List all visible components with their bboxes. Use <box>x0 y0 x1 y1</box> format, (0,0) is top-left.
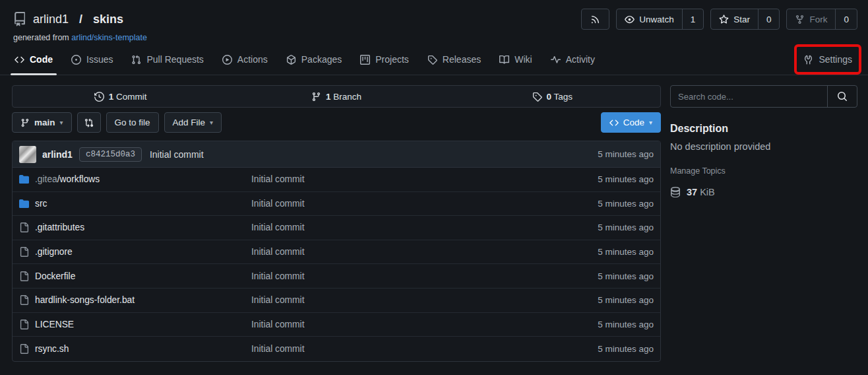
search-button[interactable] <box>827 86 857 107</box>
tab-settings[interactable]: Settings <box>797 47 859 72</box>
stars-count[interactable]: 0 <box>758 9 780 29</box>
commit-message-link[interactable]: Initial commit <box>150 149 204 160</box>
watchers-count[interactable]: 1 <box>682 9 704 29</box>
commits-stat[interactable]: 1 Commit <box>13 92 228 102</box>
settings-highlight-box: Settings <box>794 44 861 75</box>
repo-header: arlind1/skins Unwatch <box>0 0 868 42</box>
branch-count-label: Branch <box>333 92 361 102</box>
file-commit-time: 5 minutes ago <box>555 199 654 209</box>
repo-stats-bar: 1 Commit 1 Branch 0 Tags <box>12 85 661 108</box>
file-icon <box>19 344 29 354</box>
fork-label: Fork <box>809 15 827 24</box>
code-button-label: Code <box>623 118 644 127</box>
file-name-link[interactable]: .gitignore <box>19 247 251 257</box>
manage-topics-link[interactable]: Manage Topics <box>670 166 726 176</box>
repo-separator: / <box>79 13 82 26</box>
issue-opened-icon <box>71 55 81 65</box>
file-commit-time: 5 minutes ago <box>555 271 654 281</box>
file-commit-time: 5 minutes ago <box>555 174 654 184</box>
star-icon <box>719 15 729 24</box>
git-branch-icon <box>20 118 30 127</box>
file-name-link[interactable]: hardlink-songs-folder.bat <box>19 295 251 305</box>
tab-releases-label: Releases <box>443 54 481 65</box>
branch-selector[interactable]: main ▾ <box>12 112 72 133</box>
play-circle-icon <box>222 55 232 65</box>
tags-stat[interactable]: 0 Tags <box>445 92 660 102</box>
fork-icon <box>795 15 805 24</box>
unwatch-button[interactable]: Unwatch <box>617 9 682 29</box>
tab-issues[interactable]: Issues <box>62 44 122 75</box>
repo-sidebar: Description No description provided Mana… <box>670 85 857 362</box>
file-commit-message-link[interactable]: Initial commit <box>251 295 555 305</box>
code-download-button[interactable]: Code ▾ <box>601 112 661 133</box>
template-repo-link[interactable]: arlind/skins-template <box>71 33 147 42</box>
tab-wiki[interactable]: Wiki <box>490 44 541 75</box>
file-commit-message-link[interactable]: Initial commit <box>251 222 555 232</box>
repo-owner-link[interactable]: arlind1 <box>33 13 69 26</box>
file-commit-time: 5 minutes ago <box>555 247 654 257</box>
tab-settings-label: Settings <box>819 54 852 65</box>
table-row: LICENSE Initial commit 5 minutes ago <box>13 313 660 337</box>
file-name-link[interactable]: LICENSE <box>19 320 251 329</box>
table-row: .gitattributes Initial commit 5 minutes … <box>13 216 660 240</box>
chevron-down-icon: ▾ <box>60 119 63 126</box>
file-icon <box>19 320 29 329</box>
repo-size-unit: KiB <box>700 187 715 197</box>
commit-time: 5 minutes ago <box>598 149 654 159</box>
commit-author-link[interactable]: arlind1 <box>42 149 73 160</box>
add-file-label: Add File <box>173 118 206 127</box>
commit-hash-link[interactable]: c84215d0a3 <box>79 147 142 162</box>
file-name-link[interactable]: src <box>19 199 251 209</box>
star-button[interactable]: Star <box>711 9 758 29</box>
tab-packages[interactable]: Packages <box>277 44 351 75</box>
file-icon <box>19 271 29 281</box>
file-commit-message-link[interactable]: Initial commit <box>251 344 555 354</box>
git-compare-icon <box>84 118 94 127</box>
tag-count: 0 <box>547 92 552 102</box>
tab-code[interactable]: Code <box>5 44 62 75</box>
fork-button-group: Fork 0 <box>786 9 857 30</box>
repo-name-link[interactable]: skins <box>93 13 123 26</box>
file-commit-message-link[interactable]: Initial commit <box>251 320 555 329</box>
rss-button[interactable] <box>582 9 609 29</box>
tab-packages-label: Packages <box>301 54 342 65</box>
file-name-link[interactable]: rsync.sh <box>19 344 251 354</box>
tab-releases[interactable]: Releases <box>418 44 490 75</box>
file-commit-message-link[interactable]: Initial commit <box>251 247 555 257</box>
forks-count[interactable]: 0 <box>835 9 857 29</box>
avatar[interactable] <box>19 146 36 163</box>
package-icon <box>286 55 296 65</box>
file-commit-time: 5 minutes ago <box>555 320 654 329</box>
compare-button[interactable] <box>77 112 101 133</box>
table-row: .gitea/workflows Initial commit 5 minute… <box>13 168 660 192</box>
tab-pull-requests[interactable]: Pull Requests <box>122 44 212 75</box>
go-to-file-label: Go to file <box>115 118 150 127</box>
file-name-link[interactable]: .gitattributes <box>19 222 251 232</box>
file-commit-message-link[interactable]: Initial commit <box>251 271 555 281</box>
tab-actions[interactable]: Actions <box>213 44 277 75</box>
file-name-link[interactable]: Dockerfile <box>19 271 251 281</box>
fork-button[interactable]: Fork <box>787 9 835 29</box>
search-icon <box>837 91 848 102</box>
chevron-down-icon: ▾ <box>210 119 213 126</box>
rss-icon <box>590 15 600 24</box>
file-commit-message-link[interactable]: Initial commit <box>251 199 555 209</box>
add-file-button[interactable]: Add File ▾ <box>164 112 222 133</box>
tab-projects[interactable]: Projects <box>351 44 418 75</box>
nav-spacer <box>604 44 794 75</box>
tab-activity[interactable]: Activity <box>542 44 604 75</box>
git-branch-icon <box>311 92 321 102</box>
repo-size: 37 KiB <box>670 187 857 197</box>
eye-icon <box>625 15 635 24</box>
table-row: Dockerfile Initial commit 5 minutes ago <box>13 264 660 289</box>
file-commit-message-link[interactable]: Initial commit <box>251 174 555 184</box>
git-pull-request-icon <box>131 55 141 65</box>
file-name-link[interactable]: .gitea/workflows <box>19 174 251 184</box>
branch-count: 1 <box>326 92 331 102</box>
search-input[interactable] <box>671 86 827 107</box>
book-icon <box>499 55 509 65</box>
folder-icon <box>19 199 29 209</box>
go-to-file-button[interactable]: Go to file <box>106 112 159 133</box>
branches-stat[interactable]: 1 Branch <box>228 92 444 102</box>
table-row: hardlink-songs-folder.bat Initial commit… <box>13 289 660 313</box>
